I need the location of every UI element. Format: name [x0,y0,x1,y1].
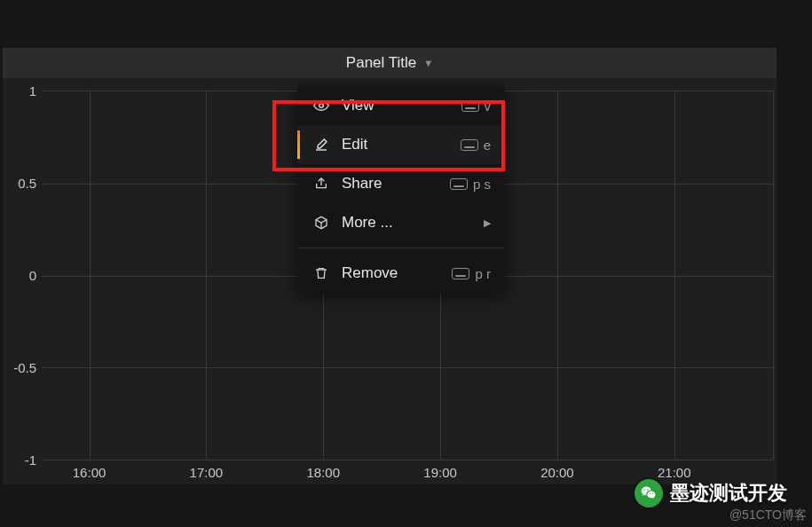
y-tick: 0 [29,268,36,283]
x-tick: 18:00 [306,465,340,480]
menu-item-share[interactable]: Share p s [297,164,505,203]
x-tick: 16:00 [73,465,106,480]
svg-point-0 [319,104,324,108]
x-tick: 21:00 [658,465,691,480]
menu-shortcut: p s [450,177,491,192]
menu-shortcut: e [461,138,491,153]
y-tick: 1 [29,83,36,98]
y-tick: -0.5 [13,360,36,375]
menu-shortcut: p r [452,266,491,281]
keyboard-icon [461,139,478,151]
menu-label: View [342,97,374,114]
watermark-blog: @51CTO博客 [729,507,807,523]
watermark-wechat: 墨迹测试开发 [635,479,787,507]
menu-label: More ... [342,214,393,232]
watermark-chat-text: 墨迹测试开发 [670,480,787,507]
panel-context-menu: View v Edit e Share p s More ... ▶ Remov… [297,86,505,293]
wechat-icon [635,479,663,507]
edit-icon [313,138,329,152]
menu-item-remove[interactable]: Remove p r [297,254,505,293]
x-tick: 19:00 [423,465,457,480]
menu-shortcut: v [461,98,492,114]
y-tick: -1 [25,452,36,468]
menu-label: Edit [342,136,367,153]
y-tick: 0.5 [18,176,36,191]
menu-label: Remove [342,264,398,282]
panel-title: Panel Title [346,54,416,72]
x-tick: 20:00 [540,465,574,480]
trash-icon [313,266,329,280]
keyboard-icon [450,178,468,190]
menu-item-more[interactable]: More ... ▶ [297,203,505,242]
menu-separator [297,248,505,248]
keyboard-icon [461,100,479,112]
y-axis: 1 0.5 0 -0.5 -1 [3,78,42,460]
chevron-down-icon: ▼ [423,58,433,68]
menu-item-edit[interactable]: Edit e [297,125,505,164]
keyboard-icon [452,268,469,279]
eye-icon [313,98,329,114]
share-icon [313,177,329,191]
menu-item-view[interactable]: View v [297,86,505,125]
x-tick: 17:00 [190,465,224,480]
chevron-right-icon: ▶ [484,217,491,229]
panel-header[interactable]: Panel Title ▼ [3,48,777,78]
cube-icon [313,216,329,230]
menu-label: Share [342,175,382,193]
